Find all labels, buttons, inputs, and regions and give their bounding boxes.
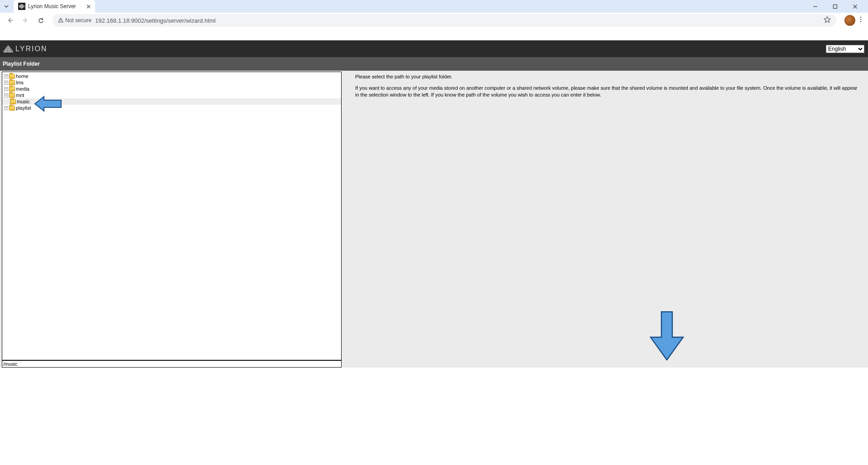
folder-icon bbox=[9, 87, 15, 92]
expand-icon[interactable]: + bbox=[4, 93, 8, 97]
browser-tab[interactable]: Lyrion Music Server bbox=[14, 0, 95, 13]
instructions-p1: Please select the path to your playlist … bbox=[355, 73, 859, 80]
svg-rect-3 bbox=[23, 5, 24, 8]
app-header: LYRION English bbox=[0, 40, 868, 57]
svg-point-7 bbox=[860, 17, 862, 18]
tree-item-label: playlist bbox=[16, 105, 31, 111]
brand-text: LYRION bbox=[15, 45, 47, 53]
warning-icon bbox=[58, 18, 63, 23]
expand-icon[interactable]: + bbox=[4, 74, 8, 78]
tab-title: Lyrion Music Server bbox=[28, 3, 84, 10]
tree-item-playlist[interactable]: +playlist bbox=[2, 105, 341, 111]
right-pane: Please select the path to your playlist … bbox=[342, 71, 868, 368]
close-icon bbox=[87, 5, 91, 9]
security-indicator[interactable]: Not secure bbox=[58, 17, 92, 24]
tree-item-label: media bbox=[16, 86, 29, 92]
chevron-down-icon bbox=[4, 4, 9, 9]
browser-menu-button[interactable] bbox=[860, 16, 862, 24]
section-title-text: Playlist Folder bbox=[3, 61, 40, 67]
main-content: +home+lms+media+mntmusic+playlist Please… bbox=[0, 71, 868, 368]
url-field[interactable]: Not secure 192.168.1.18:9002/settings/se… bbox=[53, 14, 836, 27]
expand-icon[interactable]: + bbox=[4, 106, 8, 110]
folder-icon bbox=[9, 74, 15, 79]
folder-icon bbox=[9, 106, 15, 111]
tree-item-home[interactable]: +home bbox=[2, 73, 341, 79]
tab-close-button[interactable] bbox=[87, 3, 91, 10]
tree-item-mnt[interactable]: +mnt bbox=[2, 92, 341, 98]
window-controls bbox=[808, 1, 866, 12]
app-logo: LYRION bbox=[4, 45, 47, 53]
nav-forward-button[interactable] bbox=[19, 14, 32, 27]
nav-back-button[interactable] bbox=[4, 14, 16, 27]
svg-rect-2 bbox=[21, 4, 22, 9]
kebab-icon bbox=[860, 16, 862, 23]
folder-icon bbox=[9, 80, 15, 85]
logo-bars-icon bbox=[4, 45, 13, 53]
security-label: Not secure bbox=[65, 17, 92, 24]
tree-item-lms[interactable]: +lms bbox=[2, 79, 341, 86]
arrow-left-icon bbox=[6, 17, 14, 24]
tab-bar: Lyrion Music Server bbox=[0, 0, 868, 13]
expand-icon[interactable]: + bbox=[4, 81, 8, 85]
address-bar: Not secure 192.168.1.18:9002/settings/se… bbox=[0, 13, 868, 28]
window-close-button[interactable] bbox=[848, 1, 862, 12]
minimize-icon bbox=[813, 4, 818, 9]
tree-item-media[interactable]: +media bbox=[2, 86, 341, 92]
star-icon bbox=[824, 16, 831, 23]
folder-icon bbox=[9, 93, 15, 98]
svg-rect-1 bbox=[20, 5, 21, 8]
bottom-gap bbox=[0, 368, 868, 465]
nav-reload-button[interactable] bbox=[34, 14, 47, 27]
browser-chrome: Lyrion Music Server Not secure 192.168.1… bbox=[0, 0, 868, 28]
tree-item-label: home bbox=[16, 73, 29, 79]
profile-avatar[interactable] bbox=[844, 15, 855, 26]
tree-item-label: mnt bbox=[16, 92, 24, 98]
svg-point-9 bbox=[860, 21, 862, 23]
page-top-gap bbox=[0, 28, 868, 40]
language-select[interactable]: English bbox=[826, 45, 864, 53]
instructions-p2: If you want to access any of your media … bbox=[355, 85, 859, 98]
maximize-icon bbox=[833, 4, 838, 9]
url-text: 192.168.1.18:9002/settings/server/wizard… bbox=[95, 17, 216, 24]
left-pane: +home+lms+media+mntmusic+playlist bbox=[0, 71, 342, 368]
svg-rect-4 bbox=[24, 5, 24, 7]
favicon-icon bbox=[18, 3, 25, 10]
reload-icon bbox=[38, 17, 44, 24]
close-icon bbox=[853, 4, 858, 9]
window-minimize-button[interactable] bbox=[808, 1, 822, 12]
folder-tree[interactable]: +home+lms+media+mntmusic+playlist bbox=[2, 72, 342, 360]
tree-item-label: lms bbox=[16, 80, 24, 85]
expand-spacer bbox=[4, 100, 8, 104]
window-maximize-button[interactable] bbox=[828, 1, 842, 12]
svg-rect-5 bbox=[833, 5, 837, 8]
tree-item-music[interactable]: music bbox=[2, 98, 341, 105]
section-title: Playlist Folder bbox=[0, 57, 868, 71]
tree-item-label: music bbox=[17, 99, 30, 104]
path-input[interactable] bbox=[2, 360, 342, 368]
folder-icon bbox=[10, 99, 16, 104]
bookmark-button[interactable] bbox=[824, 16, 831, 25]
arrow-right-icon bbox=[22, 17, 29, 24]
tab-search-dropdown[interactable] bbox=[2, 2, 11, 11]
expand-icon[interactable]: + bbox=[4, 87, 8, 91]
svg-point-6 bbox=[60, 21, 61, 21]
svg-rect-0 bbox=[19, 5, 20, 7]
svg-point-8 bbox=[860, 19, 862, 20]
